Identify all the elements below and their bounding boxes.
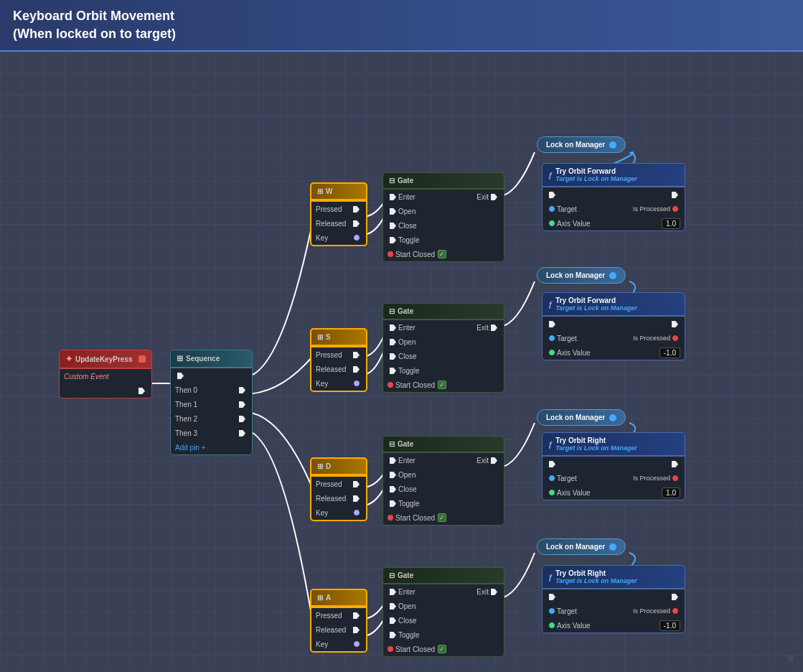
gate1-toggle-pin <box>390 237 396 243</box>
gate2-toggle: Toggle <box>398 367 419 375</box>
lock-manager-1: Lock on Manager <box>537 136 626 153</box>
key-d-icon: ⊞ <box>317 462 323 470</box>
key-s-node[interactable]: ⊞ S Pressed Released Key <box>310 328 367 392</box>
gate2-open-pin <box>390 339 396 345</box>
then0-label: Then 0 <box>175 386 237 394</box>
orbit2-target: Target <box>557 335 633 342</box>
key-w-pressed: Pressed <box>316 205 351 213</box>
orbit3-axis-pin <box>549 490 555 495</box>
released-pin-d <box>353 495 360 502</box>
orbit2-axis-pin <box>549 350 555 355</box>
key-a-node[interactable]: ⊞ A Pressed Released Key <box>310 589 367 653</box>
gate2-open: Open <box>398 338 415 346</box>
gate-4-node[interactable]: ⊟ Gate Enter Exit Open Close Toggle <box>382 567 504 657</box>
then3-label: Then 3 <box>175 429 237 437</box>
key-d-node[interactable]: ⊞ D Pressed Released Key <box>310 457 367 521</box>
gate-2-node[interactable]: ⊟ Gate Enter Exit Open Close Toggle <box>382 303 504 393</box>
gate1-enter-pin <box>390 194 396 200</box>
orbit2-isprocessed: Is Processed <box>633 335 670 342</box>
lock4-label: Lock on Manager <box>546 543 605 551</box>
orbit2-func-icon: ƒ <box>548 300 553 309</box>
orbit1-label: Try Orbit Forward <box>555 167 637 175</box>
gate4-toggle-pin <box>390 632 396 638</box>
gate3-close-pin <box>390 486 396 493</box>
orbit3-target: Target <box>557 475 633 482</box>
gate-1-node[interactable]: ⊟ Gate Enter Exit Open Close Toggle <box>382 172 504 262</box>
gate3-checkbox[interactable]: ✓ <box>438 513 446 522</box>
sequence-icon: ⊞ <box>177 354 183 363</box>
gate1-startclosed-pin <box>388 251 393 257</box>
orbit4-axis-pin <box>549 622 555 628</box>
custom-event-node[interactable]: ✦ UpdateKeyPress Custom Event <box>59 350 152 398</box>
gate4-open: Open <box>398 602 415 610</box>
orbit3-subtitle: Target is Lock on Manager <box>555 444 637 452</box>
orbit-forward-1-node[interactable]: ƒ Try Orbit Forward Target is Lock on Ma… <box>542 163 685 231</box>
orbit1-out-exec <box>672 192 678 198</box>
orbit3-in-exec <box>549 461 555 467</box>
orbit3-axis-label: Axis Value <box>557 489 659 497</box>
key-a-key-label: Key <box>316 640 352 648</box>
gate1-icon: ⊟ <box>389 177 395 185</box>
key-pin-a <box>354 641 360 647</box>
sequence-node[interactable]: ⊞ Sequence Then 0 Then 1 Then 2 Then 3 <box>170 350 253 455</box>
gate1-close: Close <box>398 222 417 230</box>
orbit4-target: Target <box>557 607 633 615</box>
key-w-key-label: Key <box>316 234 352 242</box>
gate2-exit-pin <box>491 325 497 331</box>
blueprint-canvas[interactable]: ✦ UpdateKeyPress Custom Event ⊞ Sequence… <box>0 52 803 669</box>
lock2-label: Lock on Manager <box>546 271 605 279</box>
key-pin-w <box>354 235 360 241</box>
orbit-right-2-node[interactable]: ƒ Try Orbit Right Target is Lock on Mana… <box>542 565 685 633</box>
gate3-close: Close <box>398 485 417 493</box>
gate2-icon: ⊟ <box>389 307 395 315</box>
orbit1-axis-label: Axis Value <box>557 220 659 228</box>
gate4-exit: Exit <box>476 588 489 596</box>
key-d-pressed: Pressed <box>316 480 351 488</box>
gate3-toggle: Toggle <box>398 500 419 508</box>
key-a-icon: ⊞ <box>317 594 323 602</box>
key-pin-s <box>354 381 360 386</box>
then0-pin <box>239 387 245 393</box>
orbit1-axis-pin <box>549 220 555 226</box>
orbit3-isprocessed: Is Processed <box>633 475 670 482</box>
key-w-released: Released <box>316 220 351 228</box>
gate3-enter-pin <box>390 457 396 464</box>
gate1-open-pin <box>390 208 396 215</box>
gate2-close: Close <box>398 353 417 360</box>
key-d-key-label: Key <box>316 509 352 517</box>
orbit4-subtitle: Target is Lock on Manager <box>555 577 637 584</box>
gate1-open: Open <box>398 207 415 215</box>
gate1-toggle: Toggle <box>398 236 419 244</box>
orbit3-func-icon: ƒ <box>548 440 553 449</box>
gate3-open: Open <box>398 471 415 479</box>
add-pin-label: Add pin + <box>175 444 206 452</box>
orbit1-processed-pin <box>672 206 678 212</box>
key-s-label: S <box>326 333 331 341</box>
key-w-node[interactable]: ⊞ W Pressed Released Key <box>310 182 367 246</box>
gate3-toggle-pin <box>390 500 396 507</box>
event-output-exec-pin <box>138 388 145 394</box>
gate3-enter: Enter <box>398 457 476 465</box>
gate1-checkbox[interactable]: ✓ <box>438 250 446 258</box>
custom-event-icon: ✦ <box>65 354 72 364</box>
gate3-exit-pin <box>491 457 497 464</box>
key-a-label: A <box>326 594 331 602</box>
orbit4-label: Try Orbit Right <box>555 569 637 577</box>
then3-pin <box>239 430 245 437</box>
gate3-label: Gate <box>398 440 413 448</box>
released-pin-a <box>353 627 360 633</box>
gate4-close: Close <box>398 617 417 625</box>
gate2-checkbox[interactable]: ✓ <box>438 381 446 389</box>
orbit4-processed-pin <box>672 608 678 614</box>
sequence-label: Sequence <box>186 355 220 363</box>
gate4-toggle: Toggle <box>398 631 419 639</box>
key-d-label: D <box>326 462 331 470</box>
gate1-exit-pin <box>491 194 497 200</box>
lock1-label: Lock on Manager <box>546 141 605 149</box>
gate4-checkbox[interactable]: ✓ <box>438 645 446 653</box>
orbit-right-1-node[interactable]: ƒ Try Orbit Right Target is Lock on Mana… <box>542 432 685 500</box>
lock3-label: Lock on Manager <box>546 414 605 421</box>
orbit2-label: Try Orbit Forward <box>555 297 637 304</box>
orbit-forward-2-node[interactable]: ƒ Try Orbit Forward Target is Lock on Ma… <box>542 292 685 360</box>
gate-3-node[interactable]: ⊟ Gate Enter Exit Open Close Toggle <box>382 436 504 526</box>
